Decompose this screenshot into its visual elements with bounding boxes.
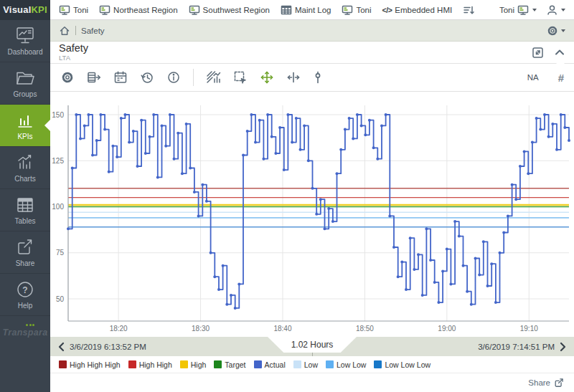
export-data-icon[interactable]	[87, 70, 101, 85]
favorite-toni-2[interactable]: Toni	[342, 4, 371, 16]
sort-favorites-button[interactable]	[463, 4, 475, 16]
legend-swatch	[59, 360, 67, 368]
legend-item[interactable]: Target	[214, 360, 245, 369]
sidebar-item-groups[interactable]: Groups	[0, 62, 50, 105]
legend-label: Low Low	[337, 360, 366, 369]
legend-item[interactable]: High	[180, 360, 207, 369]
account-menu[interactable]	[547, 4, 565, 16]
share-icon	[14, 237, 36, 257]
range-end-time: 3/6/2019 7:14:51 PM	[478, 343, 555, 351]
svg-text:19:00: 19:00	[438, 325, 456, 333]
page-settings-menu[interactable]	[546, 24, 565, 37]
monitor-icon	[189, 4, 200, 16]
transpara-logo: Transpara	[0, 316, 50, 348]
favorite-label: Maint Log	[295, 6, 331, 14]
duration-tab[interactable]: 1.02 Hours	[268, 337, 357, 353]
time-back-button[interactable]	[57, 342, 65, 352]
zoom-select-icon[interactable]	[233, 70, 248, 85]
chevron-down-icon	[532, 9, 537, 11]
x-zoom-icon[interactable]	[286, 70, 301, 85]
hash-toggle[interactable]: #	[558, 72, 564, 84]
time-history-icon[interactable]	[140, 70, 154, 85]
sidebar-item-label: KPIs	[17, 133, 32, 140]
pan-move-icon[interactable]	[260, 70, 274, 85]
favorite-maint-log[interactable]: Maint Log	[281, 4, 331, 16]
chevron-down-icon	[561, 29, 565, 32]
footer-bar: Share	[50, 373, 574, 392]
favorite-northeast-region[interactable]: Northeast Region	[99, 4, 178, 16]
time-forward-button[interactable]	[559, 342, 567, 352]
top-bar: VisualKPI Toni Northeast Region Southwes…	[0, 0, 574, 20]
favorites-bar: Toni Northeast Region Southwest Region M…	[50, 4, 499, 16]
collapse-chevron-icon[interactable]	[554, 47, 565, 57]
time-range-bar: 3/6/2019 6:13:52 PM 1.02 Hours 3/6/2019 …	[50, 337, 574, 356]
legend-item[interactable]: High High High	[59, 360, 121, 369]
favorite-embedded-hmi[interactable]: </> Embedded HMI	[382, 6, 453, 14]
share-icon[interactable]	[554, 378, 564, 388]
center-tick	[312, 353, 313, 356]
svg-text:18:50: 18:50	[356, 325, 374, 333]
page-subtitle: LTA	[59, 54, 88, 62]
svg-text:18:40: 18:40	[273, 325, 291, 333]
chart-style-icon[interactable]	[206, 70, 221, 85]
legend-swatch	[326, 360, 334, 368]
calendar-icon[interactable]	[113, 70, 128, 85]
expand-icon[interactable]	[532, 47, 544, 59]
sidebar-item-tables[interactable]: Tables	[0, 189, 50, 231]
kpi-chart[interactable]: 507510012515018:2018:3018:4018:5019:0019…	[50, 92, 574, 337]
table-icon	[14, 195, 36, 215]
logo-text-kpi: KPI	[31, 4, 47, 15]
svg-text:100: 100	[52, 203, 64, 211]
legend-item[interactable]: Low	[293, 360, 318, 369]
home-icon[interactable]	[59, 25, 70, 37]
legend-item[interactable]: Actual	[254, 360, 286, 369]
legend-label: Actual	[265, 360, 286, 369]
legend-label: Low	[304, 360, 318, 369]
legend-label: High High	[139, 360, 172, 369]
visualkpi-logo[interactable]: VisualKPI	[0, 0, 50, 20]
legend-label: Target	[225, 360, 245, 369]
svg-text:125: 125	[52, 157, 64, 165]
profile-menu[interactable]: Toni	[499, 4, 537, 16]
favorite-toni-1[interactable]: Toni	[59, 4, 88, 16]
breadcrumb-page[interactable]: Safety	[81, 27, 105, 35]
main-content: Safety Safety LTA NA # 5075	[50, 20, 574, 392]
monitor-icon	[517, 4, 529, 16]
sidebar-item-help[interactable]: ? Help	[0, 274, 50, 316]
sidebar-item-share[interactable]: Share	[0, 231, 50, 274]
favorite-southwest-region[interactable]: Southwest Region	[189, 4, 270, 16]
page-title: Safety	[59, 43, 88, 54]
svg-text:?: ?	[22, 285, 27, 295]
legend-swatch	[254, 360, 262, 368]
svg-text:50: 50	[56, 295, 65, 303]
info-icon[interactable]	[166, 70, 181, 85]
legend-label: Low Low Low	[385, 360, 430, 369]
monitor-icon	[342, 4, 353, 16]
legend-item[interactable]: High High	[128, 360, 172, 369]
chart-toolbar: NA #	[50, 63, 574, 92]
sidebar-item-dashboard[interactable]: Dashboard	[0, 20, 50, 62]
legend-swatch	[128, 360, 136, 368]
sidebar-item-label: Charts	[14, 175, 35, 183]
share-link[interactable]: Share	[528, 378, 550, 387]
svg-text:150: 150	[52, 111, 64, 119]
user-name: Toni	[499, 6, 514, 14]
topbar-right: Toni	[499, 4, 574, 16]
duration-label: 1.02 Hours	[291, 340, 334, 350]
brand-dots	[26, 324, 34, 326]
legend-item[interactable]: Low Low	[326, 360, 366, 369]
chevron-left-icon	[57, 342, 65, 352]
legend-swatch	[214, 360, 222, 368]
person-icon	[547, 4, 557, 16]
legend-item[interactable]: Low Low Low	[374, 360, 430, 369]
sidebar-item-charts[interactable]: Charts	[0, 147, 50, 189]
sidebar-item-label: Tables	[15, 217, 36, 225]
settings-gear-icon[interactable]	[60, 70, 75, 85]
cursor-line-icon[interactable]	[313, 70, 323, 85]
svg-text:75: 75	[56, 249, 65, 257]
monitor-icon	[99, 4, 110, 16]
na-toggle[interactable]: NA	[527, 73, 539, 82]
sort-icon	[463, 4, 475, 16]
sidebar-item-kpis[interactable]: KPIs	[0, 105, 50, 147]
legend-label: High High High	[70, 360, 121, 369]
